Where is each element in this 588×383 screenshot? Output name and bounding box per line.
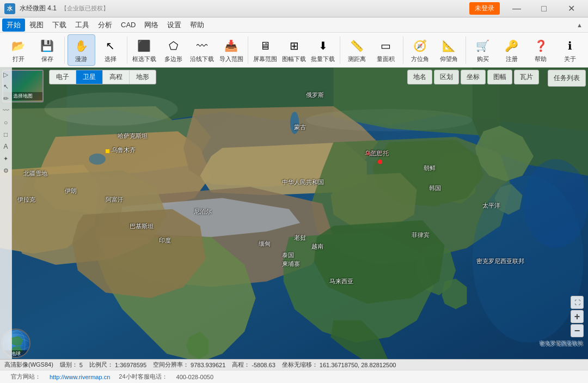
support-label: 24小时客服电话：: [119, 373, 167, 381]
task-list-area: 任务列表: [546, 70, 586, 87]
sidebar-tool-text[interactable]: A: [1, 142, 11, 151]
toolbar-frame-dl[interactable]: ⬛框选下载: [130, 34, 158, 66]
toolbar-screen-range[interactable]: 🖥屏幕范围: [251, 34, 279, 66]
app-badge: 【企业版已授权】: [61, 4, 109, 13]
ctrl-coord[interactable]: 坐标: [461, 70, 486, 84]
screen-range-icon: 🖥: [256, 37, 274, 54]
toolbar-help[interactable]: ❓帮助: [527, 34, 555, 66]
ctrl-tile[interactable]: 瓦片: [514, 70, 539, 84]
login-button[interactable]: 未登录: [469, 2, 500, 15]
save-icon: 💾: [39, 37, 56, 54]
svg-point-7: [305, 109, 472, 131]
toolbar-angle[interactable]: 📐仰望角: [435, 34, 463, 66]
menu-item-帮助[interactable]: 帮助: [186, 19, 209, 32]
about-icon: ℹ: [561, 37, 579, 54]
select-label: 选择: [105, 56, 117, 62]
measure-area-label: 量面积: [377, 56, 395, 62]
toolbar-import-range[interactable]: 📥导入范围: [217, 34, 245, 66]
title-bar: 水 水经微图 4.1 【企业版已授权】 未登录 — □ ✕: [0, 0, 588, 17]
minimize-button[interactable]: —: [504, 0, 529, 17]
menu-collapse-button[interactable]: ▲: [573, 20, 586, 30]
angle-label: 仰望角: [440, 56, 458, 62]
map-tabs: 电子 卫星 高程 地形: [49, 70, 156, 84]
register-label: 注册: [506, 56, 518, 62]
toolbar-divider-8: [248, 37, 248, 64]
frame-width-icon: ⊞: [285, 37, 303, 54]
sidebar-tool-square[interactable]: □: [1, 130, 11, 139]
frame-dl-icon: ⬛: [136, 37, 153, 54]
ctrl-frame[interactable]: 图幅: [487, 70, 512, 84]
toolbar-measure-area[interactable]: ▭量面积: [372, 34, 400, 66]
select-icon: ↖: [102, 37, 119, 54]
ctrl-placename[interactable]: 地名: [407, 70, 432, 84]
left-sidebar: ▷ ↖ ✏ 〰 ○ □ A ✦ ⚙: [0, 68, 12, 359]
website-link[interactable]: http://www.rivermap.cn: [50, 374, 110, 380]
tab-terrain[interactable]: 地形: [130, 70, 156, 84]
toolbar-select[interactable]: ↖选择: [96, 34, 124, 66]
tab-electronic[interactable]: 电子: [50, 70, 76, 84]
sidebar-tool-pen[interactable]: ✏: [1, 94, 11, 104]
frame-dl-label: 框选下载: [132, 56, 156, 62]
menu-item-工具[interactable]: 工具: [71, 19, 94, 32]
task-list-button[interactable]: 任务列表: [548, 70, 586, 87]
zoom-controls: ⛶ + −: [571, 296, 584, 337]
measure-area-icon: ▭: [377, 37, 395, 54]
toolbar-measure-dist[interactable]: 📏测距离: [343, 34, 371, 66]
website-label: 官方网站：: [11, 373, 41, 381]
spatial-item: 空间分辨率： 9783.939621: [153, 361, 225, 369]
maximize-button[interactable]: □: [531, 0, 556, 17]
toolbar-line-dl[interactable]: 〰沿线下载: [188, 34, 216, 66]
menu-item-下载[interactable]: 下载: [48, 19, 71, 32]
buy-label: 购买: [477, 56, 489, 62]
toolbar-frame-width[interactable]: ⊞图幅下载: [280, 34, 308, 66]
sidebar-tool-arrow[interactable]: ▷: [1, 70, 11, 80]
pan-label: 漫游: [75, 56, 87, 62]
pan-icon: ✋: [72, 37, 90, 54]
sidebar-tool-star[interactable]: ✦: [1, 154, 11, 163]
map-background[interactable]: 俄罗斯 哈萨克斯坦 蒙古 北京 中华人民共和国 朝鲜 韩国 伊朗 阿富汗 巴基斯…: [0, 68, 588, 359]
line-dl-label: 沿线下载: [190, 56, 214, 62]
toolbar-direction[interactable]: 🧭方位角: [406, 34, 434, 66]
toolbar-register[interactable]: 🔑注册: [498, 34, 525, 66]
line-dl-icon: 〰: [193, 37, 211, 54]
tab-satellite[interactable]: 卫星: [76, 70, 102, 84]
screen-range-label: 屏幕范围: [253, 56, 277, 62]
polygon-label: 多边形: [164, 56, 182, 62]
tab-elevation[interactable]: 高程: [103, 70, 129, 84]
menu-item-CAD[interactable]: CAD: [117, 19, 140, 31]
coord-item: 坐标无缩移： 161.36718750, 28.82812500: [282, 361, 396, 369]
toolbar-divider-13: [403, 37, 403, 64]
zoom-in-button[interactable]: +: [571, 310, 584, 323]
register-icon: 🔑: [503, 37, 520, 54]
toolbar-open[interactable]: 📂打开: [4, 34, 32, 66]
ctrl-district[interactable]: 区划: [434, 70, 459, 84]
support-phone: 400-028-0050: [176, 374, 214, 380]
measure-dist-icon: 📏: [348, 37, 366, 54]
toolbar-divider-4: [127, 37, 127, 64]
toolbar: 📂打开💾保存✋漫游↖选择⬛框选下载⬠多边形〰沿线下载📥导入范围🖥屏幕范围⊞图幅下…: [0, 33, 588, 68]
toolbar-buy[interactable]: 🛒购买: [469, 34, 497, 66]
close-button[interactable]: ✕: [559, 0, 584, 17]
toolbar-about[interactable]: ℹ关于: [556, 34, 584, 66]
toolbar-pan[interactable]: ✋漫游: [68, 34, 95, 66]
sidebar-tool-pointer[interactable]: ↖: [1, 82, 11, 92]
menu-item-分析[interactable]: 分析: [94, 19, 117, 32]
zoom-full-button[interactable]: ⛶: [571, 296, 584, 309]
sidebar-tool-wave[interactable]: 〰: [1, 106, 11, 115]
menu-item-视图[interactable]: 视图: [25, 19, 48, 32]
help-label: 帮助: [535, 56, 547, 62]
title-left: 水 水经微图 4.1 【企业版已授权】: [4, 3, 109, 14]
toolbar-batch-dl[interactable]: ⬇批量下载: [309, 34, 337, 66]
toolbar-polygon[interactable]: ⬠多边形: [159, 34, 187, 66]
window-controls: — □ ✕: [504, 0, 584, 17]
map-container: 俄罗斯 哈萨克斯坦 蒙古 北京 中华人民共和国 朝鲜 韩国 伊朗 阿富汗 巴基斯…: [0, 68, 588, 359]
level-item: 级别： 5: [60, 361, 83, 369]
sidebar-tool-settings[interactable]: ⚙: [1, 166, 11, 175]
toolbar-save[interactable]: 💾保存: [33, 34, 61, 66]
sidebar-tool-circle[interactable]: ○: [1, 118, 11, 127]
zoom-out-button[interactable]: −: [571, 324, 584, 337]
menu-item-设置[interactable]: 设置: [163, 19, 186, 32]
menu-item-开始[interactable]: 开始: [2, 19, 25, 32]
elevation-item: 高程： -5808.63: [232, 361, 275, 369]
menu-item-网络[interactable]: 网络: [140, 19, 163, 32]
